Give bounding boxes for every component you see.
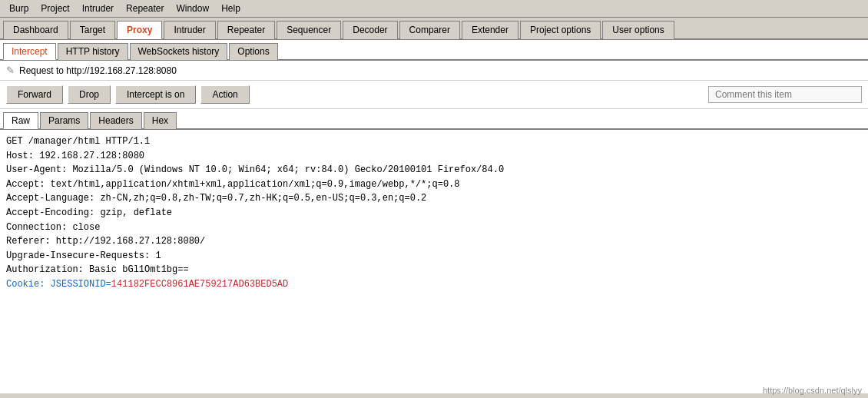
- menu-bar: Burp Project Intruder Repeater Window He…: [0, 0, 868, 18]
- http-line-3: Accept: text/html,application/xhtml+xml,…: [6, 177, 862, 192]
- comment-input[interactable]: [708, 86, 862, 103]
- http-line-4: Accept-Language: zh-CN,zh;q=0.8,zh-TW;q=…: [6, 191, 862, 206]
- http-line-7: Referer: http://192.168.27.128:8080/: [6, 234, 862, 249]
- tab-user-options[interactable]: User options: [602, 21, 674, 39]
- http-line-9: Authorization: Basic bGl1Omt1bg==: [6, 263, 862, 277]
- tab-options[interactable]: Options: [229, 43, 277, 60]
- drop-button[interactable]: Drop: [68, 85, 111, 104]
- menu-burp[interactable]: Burp: [3, 2, 35, 15]
- tab-comparer[interactable]: Comparer: [399, 21, 460, 39]
- http-line-cookie: Cookie: JSESSIONID=141182FECC8961AE75921…: [6, 277, 862, 292]
- tab-extender[interactable]: Extender: [462, 21, 518, 39]
- http-content: GET /manager/html HTTP/1.1 Host: 192.168…: [0, 130, 868, 393]
- http-line-5: Accept-Encoding: gzip, deflate: [6, 206, 862, 221]
- tab-headers[interactable]: Headers: [90, 112, 141, 129]
- tab-target[interactable]: Target: [70, 21, 115, 39]
- tab-repeater[interactable]: Repeater: [217, 21, 275, 39]
- tab-intruder[interactable]: Intruder: [164, 21, 215, 39]
- tab-decoder[interactable]: Decoder: [343, 21, 397, 39]
- action-button[interactable]: Action: [200, 85, 249, 104]
- tab-intercept[interactable]: Intercept: [3, 43, 56, 60]
- http-line-2: User-Agent: Mozilla/5.0 (Windows NT 10.0…: [6, 163, 862, 177]
- menu-repeater[interactable]: Repeater: [120, 2, 170, 15]
- content-tab-bar: Raw Params Headers Hex: [0, 109, 868, 130]
- pencil-icon: ✎: [6, 65, 15, 76]
- http-line-6: Connection: close: [6, 221, 862, 235]
- menu-window[interactable]: Window: [170, 2, 215, 15]
- watermark: https://blog.csdn.net/qlslyy: [763, 386, 862, 395]
- request-url: Request to http://192.168.27.128:8080: [19, 65, 177, 76]
- tab-proxy[interactable]: Proxy: [117, 21, 162, 39]
- http-line-0: GET /manager/html HTTP/1.1: [6, 134, 862, 149]
- menu-project[interactable]: Project: [35, 2, 75, 15]
- tab-dashboard[interactable]: Dashboard: [3, 21, 68, 39]
- tab-params[interactable]: Params: [40, 112, 88, 129]
- cookie-prefix: Cookie: JSESSIONID=: [6, 279, 111, 290]
- tab-sequencer[interactable]: Sequencer: [277, 21, 341, 39]
- menu-help[interactable]: Help: [215, 2, 247, 15]
- forward-button[interactable]: Forward: [6, 85, 63, 104]
- top-tab-bar: Dashboard Target Proxy Intruder Repeater…: [0, 18, 868, 40]
- proxy-tab-bar: Intercept HTTP history WebSockets histor…: [0, 40, 868, 61]
- menu-intruder[interactable]: Intruder: [76, 2, 120, 15]
- intercept-toggle-button[interactable]: Intercept is on: [115, 85, 196, 104]
- request-line: ✎ Request to http://192.168.27.128:8080: [0, 61, 868, 81]
- cookie-value: 141182FECC8961AE759217AD63BED5AD: [111, 279, 288, 290]
- http-line-8: Upgrade-Insecure-Requests: 1: [6, 249, 862, 264]
- tab-http-history[interactable]: HTTP history: [58, 43, 128, 60]
- http-line-1: Host: 192.168.27.128:8080: [6, 149, 862, 164]
- tab-hex[interactable]: Hex: [144, 112, 177, 129]
- tab-project-options[interactable]: Project options: [520, 21, 601, 39]
- action-bar: Forward Drop Intercept is on Action: [0, 81, 868, 109]
- tab-websockets-history[interactable]: WebSockets history: [130, 43, 228, 60]
- tab-raw[interactable]: Raw: [3, 112, 38, 129]
